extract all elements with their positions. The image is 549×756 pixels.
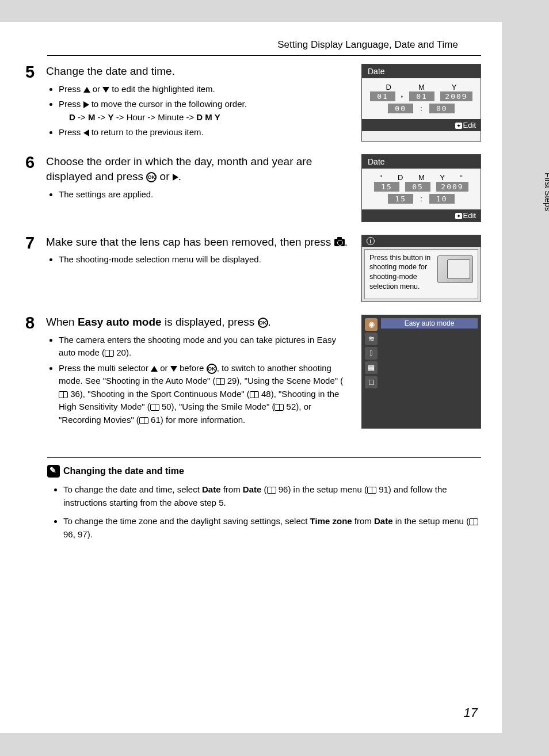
ok-icon	[207, 364, 217, 374]
mode-high-sens-icon: ▦	[365, 361, 378, 374]
camera-illustration	[437, 255, 473, 283]
val-day: 15	[374, 182, 399, 192]
step-5: 5 Change the date and time. Press or to …	[47, 64, 481, 142]
step-8: 8 When Easy auto mode is displayed, pres…	[47, 315, 481, 429]
side-tab-label: First Steps	[543, 173, 549, 211]
book-icon	[469, 518, 478, 525]
label-y: Y	[452, 83, 457, 91]
step-number: 5	[25, 64, 38, 142]
step-number: 6	[25, 154, 38, 222]
up-icon	[151, 366, 158, 372]
step-title: Change the date and time.	[46, 64, 351, 79]
page-number: 17	[464, 705, 478, 720]
val-month: 05	[405, 182, 430, 192]
val-day: 01	[370, 91, 395, 101]
info-screen: i Press this button in shooting mode for…	[361, 235, 481, 303]
step-number: 8	[25, 315, 38, 429]
bullet: Press to move the cursor in the followin…	[59, 98, 351, 124]
step-number: 7	[25, 235, 38, 303]
right-icon	[173, 174, 178, 181]
caret-icon: ◂	[380, 173, 382, 182]
down-icon	[170, 366, 177, 372]
book-icon	[105, 350, 114, 357]
val-month: 01	[409, 91, 434, 101]
divider	[47, 55, 481, 56]
bullet: Press to return to the previous item.	[59, 126, 351, 139]
lcd-title: Date	[362, 155, 481, 169]
label-m: M	[418, 83, 425, 91]
book-icon	[59, 391, 68, 398]
dpad-icon: ✦	[455, 123, 462, 129]
edit-label: Edit	[463, 211, 476, 220]
info-icon: i	[367, 237, 375, 245]
book-icon	[139, 417, 148, 424]
mode-menu-screen: ◉ ≋ 𖤓 ▦ ◻ Easy auto mode	[361, 315, 481, 429]
mode-scene-icon: ≋	[365, 333, 378, 345]
right-icon	[83, 101, 89, 108]
mode-label: Easy auto mode	[381, 318, 478, 329]
note-divider	[47, 457, 481, 458]
left-icon	[83, 129, 89, 136]
val-year: 2009	[440, 91, 472, 101]
mode-easy-auto-icon: ◉	[365, 318, 378, 331]
step-7: 7 Make sure that the lens cap has been r…	[47, 235, 481, 303]
bullet: Press or to edit the highlighted item.	[59, 83, 351, 96]
ok-icon	[258, 318, 268, 328]
up-icon	[83, 87, 90, 93]
manual-page: Setting Display Language, Date and Time …	[0, 22, 502, 733]
note-bullet: To change the date and time, select Date…	[63, 483, 481, 509]
info-text: Press this button in shooting mode for s…	[369, 253, 434, 292]
book-icon	[250, 391, 259, 398]
bullet: Press the multi selector or before , to …	[59, 362, 351, 427]
step-6: 6 Choose the order in which the day, mon…	[47, 154, 481, 222]
camera-icon	[334, 239, 345, 246]
book-icon	[150, 404, 159, 411]
val-min: 10	[429, 194, 455, 204]
val-year: 2009	[436, 182, 468, 192]
edit-label: Edit	[463, 121, 476, 129]
caret-icon: ▸	[401, 94, 403, 99]
bullet: The camera enters the shooting mode and …	[59, 334, 351, 360]
bullet: The shooting-mode selection menu will be…	[59, 253, 351, 266]
step-title: Make sure that the lens cap has been rem…	[46, 235, 351, 250]
section-title: Setting Display Language, Date and Time	[47, 39, 481, 55]
book-icon	[267, 487, 276, 494]
note-bullet: To change the time zone and the daylight…	[63, 515, 481, 541]
label-y: Y	[440, 173, 445, 182]
book-icon	[367, 487, 376, 494]
val-min: 00	[429, 104, 455, 113]
label-m: M	[418, 173, 425, 182]
mode-sport-icon: 𖤓	[365, 347, 378, 360]
note-title: Changing the date and time	[47, 465, 481, 478]
lcd-date-screen: Date ◂ D M Y ▸ 15 05 2009 15	[361, 154, 481, 222]
down-icon	[102, 87, 109, 93]
pencil-icon	[47, 465, 60, 478]
dpad-icon: ✦	[455, 213, 462, 219]
lcd-date-screen: Date D M Y 01▸ 01 2009 00: 00	[361, 64, 481, 142]
mode-auto-icon: ◻	[365, 376, 378, 388]
step-title: When Easy auto mode is displayed, press …	[46, 315, 351, 330]
label-d: D	[386, 83, 391, 91]
book-icon	[216, 378, 225, 385]
label-d: D	[398, 173, 403, 182]
ok-icon	[146, 172, 157, 182]
bullet: The settings are applied.	[59, 188, 351, 201]
caret-icon: ▸	[460, 173, 463, 182]
lcd-title: Date	[362, 64, 481, 78]
book-icon	[274, 404, 284, 411]
step-title: Choose the order in which the day, month…	[46, 154, 351, 185]
val-hour: 00	[388, 104, 413, 113]
val-hour: 15	[388, 194, 413, 204]
